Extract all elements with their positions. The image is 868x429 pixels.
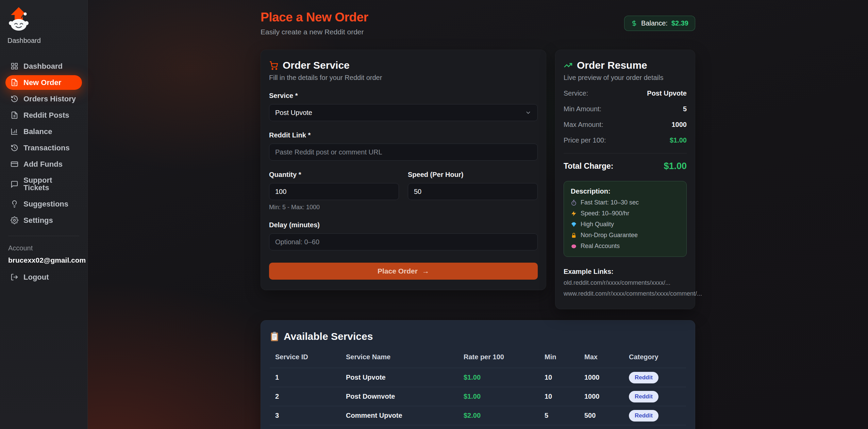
credit-card-icon (11, 160, 18, 168)
sidebar-item-balance[interactable]: Balance (5, 124, 82, 139)
sidebar-item-orders-history[interactable]: Orders History (5, 92, 82, 106)
reddit-snoo-upvote-logo-icon (7, 7, 30, 32)
reddit-link-input[interactable] (269, 144, 538, 161)
service-select-value: Post Upvote (275, 109, 312, 117)
account-email: brucexx02@gmail.com (5, 256, 82, 264)
sidebar-item-suggestions[interactable]: Suggestions (5, 197, 82, 211)
quantity-input[interactable] (269, 183, 399, 200)
available-services-card: Available Services Service ID Service Na… (261, 320, 695, 429)
order-service-subtitle: Fill in the details for your Reddit orde… (269, 74, 538, 82)
services-table: Service ID Service Name Rate per 100 Min… (270, 353, 686, 429)
account-label: Account (5, 244, 82, 252)
history-clock-icon (11, 144, 18, 152)
sidebar-item-label: Dashboard (23, 63, 63, 70)
shopping-cart-icon (269, 61, 278, 70)
category-badge: Reddit (629, 410, 658, 422)
sidebar-nav: Dashboard New Order Orders History Reddi… (5, 59, 82, 228)
history-clock-icon (11, 95, 18, 103)
balance-badge: Balance: $2.39 (624, 16, 695, 31)
speed-label: Speed (Per Hour) (408, 171, 538, 179)
reddit-link-label: Reddit Link * (269, 131, 538, 139)
example-link: old.reddit.com/r/xxxx/comments/xxxx/... (564, 279, 687, 286)
page-header: Place a New Order Easily create a new Re… (261, 10, 695, 36)
lock-icon (571, 232, 577, 238)
delay-input[interactable] (269, 233, 538, 250)
sidebar-item-label: Suggestions (23, 200, 68, 208)
total-charge-row: Total Charge: $1.00 (564, 161, 687, 171)
sidebar-item-label: Balance (23, 128, 52, 135)
logout-label: Logout (23, 274, 49, 281)
sidebar-divider (8, 236, 79, 236)
app-logo: Dashboard (5, 7, 82, 45)
description-item: Non-Drop Guarantee (571, 232, 680, 239)
available-services-title: Available Services (284, 331, 373, 342)
stopwatch-icon (571, 200, 577, 206)
balance-label: Balance: (641, 19, 668, 27)
brain-icon (571, 243, 577, 249)
delay-label: Delay (minutes) (269, 221, 538, 229)
description-title: Description: (571, 187, 680, 195)
sidebar-item-label: Add Funds (23, 161, 63, 168)
table-row: 2 Post Downvote $1.00 10 1000 Reddit (270, 387, 686, 406)
speed-input[interactable] (408, 183, 538, 200)
sidebar-item-label: Support Tickets (23, 177, 77, 192)
sidebar-item-reddit-posts[interactable]: Reddit Posts (5, 108, 82, 122)
sidebar-item-transactions[interactable]: Transactions (5, 141, 82, 155)
total-charge-value: $1.00 (664, 161, 687, 171)
sidebar: Dashboard Dashboard New Order Orders His… (0, 0, 88, 429)
quantity-range-hint: Min: 5 - Max: 1000 (269, 204, 399, 211)
service-label: Service * (269, 92, 538, 100)
dollar-icon (631, 20, 637, 27)
logout-button[interactable]: Logout (5, 270, 82, 284)
diamond-icon (571, 221, 577, 228)
service-select[interactable]: Post Upvote (269, 104, 538, 121)
file-text-icon (11, 111, 18, 119)
sidebar-item-support-tickets[interactable]: Support Tickets (5, 173, 82, 195)
sidebar-item-label: Transactions (23, 144, 70, 152)
place-order-label: Place Order (378, 267, 418, 275)
sidebar-item-dashboard[interactable]: Dashboard (5, 59, 82, 73)
sidebar-item-settings[interactable]: Settings (5, 213, 82, 228)
description-item: High Quality (571, 221, 680, 228)
logo-label: Dashboard (7, 37, 82, 45)
sidebar-item-label: New Order (23, 79, 61, 86)
main-content: Place a New Order Easily create a new Re… (88, 0, 868, 429)
dashboard-grid-icon (11, 62, 18, 70)
sidebar-item-new-order[interactable]: New Order (5, 75, 82, 90)
file-text-icon (11, 79, 18, 86)
resume-divider (564, 153, 687, 153)
page-title: Place a New Order (261, 10, 368, 24)
message-square-icon (11, 180, 18, 188)
lightbulb-icon (11, 200, 18, 208)
logout-icon (11, 273, 18, 281)
table-row: 3 Comment Upvote $2.00 5 500 Reddit (270, 406, 686, 425)
page-subtitle: Easily create a new Reddit order (261, 28, 368, 36)
category-badge: Reddit (629, 372, 658, 383)
description-item: Fast Start: 10–30 sec (571, 199, 680, 206)
order-resume-subtitle: Live preview of your order details (564, 74, 687, 82)
total-charge-label: Total Charge: (564, 162, 614, 171)
place-order-button[interactable]: Place Order → (269, 263, 538, 280)
order-resume-card: Order Resume Live preview of your order … (555, 50, 695, 309)
description-box: Description: Fast Start: 10–30 sec Speed… (564, 181, 687, 257)
sidebar-item-label: Settings (23, 217, 53, 224)
category-badge: Reddit (629, 391, 658, 402)
table-row: 1 Post Upvote $1.00 10 1000 Reddit (270, 368, 686, 387)
bar-chart-icon (11, 128, 18, 135)
order-service-title: Order Service (283, 60, 350, 71)
lightning-bolt-icon (571, 211, 577, 217)
example-links-title: Example Links: (564, 268, 687, 276)
example-links-section: Example Links: old.reddit.com/r/xxxx/com… (564, 268, 687, 297)
services-table-header: Service ID Service Name Rate per 100 Min… (270, 353, 686, 368)
description-item: Real Accounts (571, 243, 680, 250)
description-item: Speed: 10–900/hr (571, 210, 680, 217)
arrow-right-icon: → (422, 267, 429, 275)
resume-row-min: Min Amount: 5 (564, 105, 687, 113)
sidebar-item-add-funds[interactable]: Add Funds (5, 157, 82, 171)
clipboard-icon (270, 331, 279, 342)
sidebar-item-label: Orders History (23, 95, 76, 103)
resume-row-price: Price per 100: $1.00 (564, 136, 687, 144)
quantity-label: Quantity * (269, 171, 399, 179)
resume-row-max: Max Amount: 1000 (564, 121, 687, 129)
order-service-card: Order Service Fill in the details for yo… (261, 50, 546, 290)
